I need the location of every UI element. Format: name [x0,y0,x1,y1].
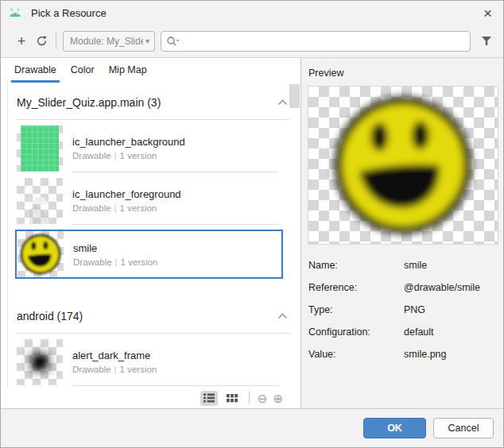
preview-label: Preview [308,68,495,79]
tab-color[interactable]: Color [68,64,98,83]
android-foreground-preview [17,178,63,224]
section-title: android (174) [17,310,277,322]
title-bar: Pick a Resource × [1,1,503,25]
resource-thumbnail [17,126,63,172]
resource-meta: Drawable|1 version [72,203,278,213]
zoom-out-icon[interactable]: ⊖ [258,392,268,404]
footer: OK Cancel [1,408,503,447]
list-item-ic-launcher-background[interactable]: ic_launcher_background Drawable|1 versio… [17,125,300,172]
resource-meta: Drawable|1 version [72,151,278,160]
list-item-smile-selected[interactable]: smile Drawable|1 version [15,230,283,279]
smiley-preview-large [324,87,482,244]
section-title: My_Slider_Quiz.app.main (3) [17,96,277,109]
list-view-controls: ⊖ ⊕ [1,388,300,408]
detail-row-reference: Reference: @drawable/smile [308,282,495,293]
preview-panel: Preview Name: smile Reference: @drawable… [301,58,503,408]
resource-details: Name: smile Reference: @drawable/smile T… [308,260,495,360]
item-text: ic_launcher_background Drawable|1 versio… [72,125,278,172]
search-input[interactable] [180,33,465,50]
resource-thumbnail [17,339,63,385]
dialog-title: Pick a Resource [31,7,107,19]
controls-separator [249,392,250,404]
refresh-icon[interactable] [34,34,48,48]
resource-meta: Drawable|1 version [72,365,278,374]
list-view-icon[interactable] [200,391,218,406]
resource-list-panel: Drawable Color Mip Map My_Slider_Quiz.ap… [1,58,301,408]
preview-image [308,86,498,245]
resource-thumbnail [17,178,63,224]
resource-meta: Drawable|1 version [73,257,275,267]
chevron-up-icon[interactable] [277,99,288,106]
cancel-button[interactable]: Cancel [433,418,494,438]
add-resource-button[interactable]: + [14,34,29,48]
main-area: Drawable Color Mip Map My_Slider_Quiz.ap… [1,58,503,408]
resource-name: ic_launcher_background [72,136,278,148]
dark-frame-preview [33,355,47,369]
scrollbar-thumb[interactable] [289,84,300,108]
detail-row-name: Name: smile [308,260,495,271]
tab-mip-map[interactable]: Mip Map [106,64,150,83]
chevron-down-icon: ▾ [145,37,149,45]
search-field[interactable] [161,31,471,52]
android-logo-icon [8,7,22,18]
resource-thumbnail [17,231,64,277]
resource-list: My_Slider_Quiz.app.main (3) ic_launcher_… [7,83,300,388]
tab-bar: Drawable Color Mip Map [1,58,300,83]
smiley-preview-small [17,231,64,277]
list-item-alert-dark-frame[interactable]: alert_dark_frame Drawable|1 version [17,338,300,386]
section-divider [17,119,290,120]
pick-a-resource-dialog: Pick a Resource × + Module: My_Slider_Qu… [0,0,504,448]
item-text: smile Drawable|1 version [73,231,275,277]
close-icon[interactable]: × [480,6,495,21]
module-dropdown[interactable]: Module: My_Slider_Qu ▾ [63,31,155,52]
item-text: ic_launcher_foreground Drawable|1 versio… [72,177,278,225]
detail-row-configuration: Configuration: default [308,326,495,338]
resource-name: ic_launcher_foreground [72,188,278,200]
resource-name: smile [73,242,275,254]
section-divider [17,333,290,334]
chevron-up-icon[interactable] [277,313,288,319]
green-vector-preview [21,126,59,172]
tab-drawable[interactable]: Drawable [11,64,60,83]
list-item-ic-launcher-foreground[interactable]: ic_launcher_foreground Drawable|1 versio… [17,177,300,225]
detail-row-value: Value: smile.png [308,349,495,360]
filter-icon[interactable] [478,36,495,46]
toolbar-separator [56,33,56,49]
section-header-module[interactable]: My_Slider_Quiz.app.main (3) [8,86,300,119]
module-dropdown-value: Module: My_Slider_Qu [70,36,143,47]
section-header-android[interactable]: android (174) [8,299,300,333]
item-text: alert_dark_frame Drawable|1 version [72,338,278,386]
search-icon [166,36,180,47]
resource-name: alert_dark_frame [72,350,278,361]
toolbar: + Module: My_Slider_Qu ▾ [1,25,503,58]
ok-button[interactable]: OK [363,418,426,438]
detail-row-type: Type: PNG [308,304,495,315]
grid-view-icon[interactable] [223,391,241,406]
zoom-in-icon[interactable]: ⊕ [273,392,283,404]
